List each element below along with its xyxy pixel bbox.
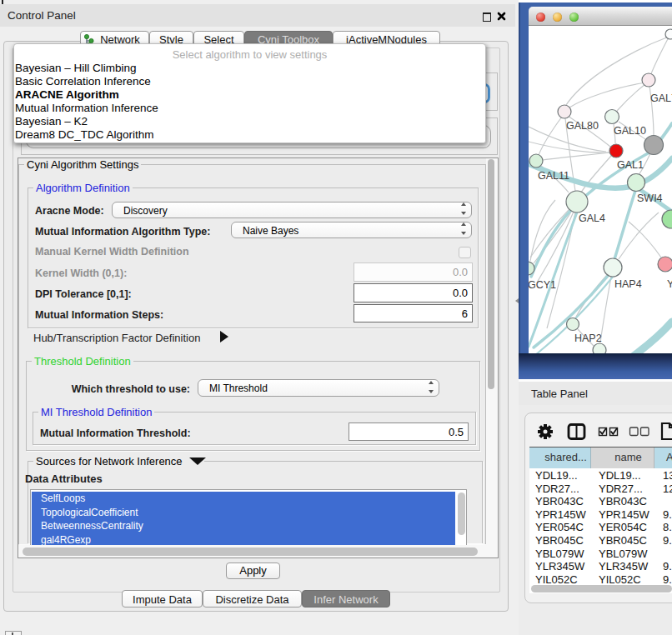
svg-text:GAL1: GAL1 bbox=[617, 159, 644, 171]
svg-text:SWI4: SWI4 bbox=[637, 192, 663, 204]
svg-text:GCY1: GCY1 bbox=[529, 279, 556, 291]
svg-text:GAL11: GAL11 bbox=[538, 170, 569, 182]
svg-text:GAL4: GAL4 bbox=[579, 212, 605, 224]
svg-text:HAP2: HAP2 bbox=[574, 332, 602, 344]
svg-text:GAL80: GAL80 bbox=[566, 120, 599, 132]
svg-text:Y: Y bbox=[667, 278, 672, 290]
svg-text:GAL10: GAL10 bbox=[614, 125, 646, 137]
svg-text:HAP4: HAP4 bbox=[614, 278, 642, 290]
svg-text:GAL7: GAL7 bbox=[650, 92, 672, 104]
